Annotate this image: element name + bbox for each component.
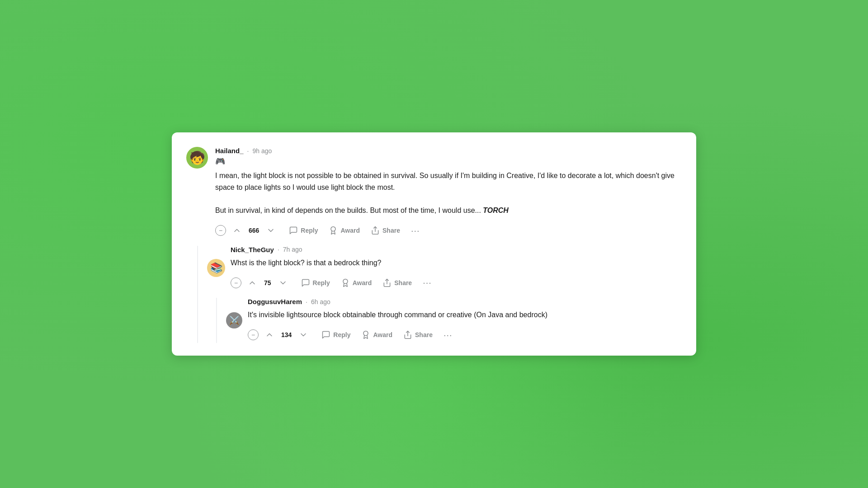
- replies-level-2: ⚔️ DoggusuvHarem · 6h ago It's invisible…: [216, 298, 682, 343]
- award-button-dogg[interactable]: Award: [357, 328, 397, 342]
- award-label-hailand: Award: [340, 227, 360, 234]
- award-label-nick: Award: [353, 279, 372, 286]
- comment-text-dogg: It's invisible lightsource block obtaina…: [248, 309, 682, 321]
- award-icon-nick: [341, 278, 350, 287]
- share-icon-dogg: [403, 330, 412, 339]
- downvote-button-hailand[interactable]: [262, 223, 280, 238]
- comment-meta-nick: Nick_TheGuy · 7h ago: [231, 246, 682, 253]
- downvote-button-dogg[interactable]: [294, 328, 312, 342]
- comment-actions-dogg: − 134: [248, 327, 682, 343]
- upvote-button-nick[interactable]: [243, 276, 261, 290]
- reply-icon-hailand: [289, 226, 298, 235]
- downvote-icon-hailand: [266, 226, 275, 235]
- avatar-dogg: ⚔️: [226, 312, 242, 328]
- share-icon-nick: [382, 278, 392, 287]
- share-label-nick: Share: [394, 279, 412, 286]
- comment-header-row-nick: 📚 Nick_TheGuy · 7h ago Whst is the light…: [207, 246, 682, 291]
- comment-header-hailand: Hailand_ · 9h ago: [215, 147, 682, 155]
- comment-actions-nick: − 75 Reply: [231, 275, 682, 291]
- timestamp-nick: 7h ago: [283, 246, 302, 253]
- svg-point-2: [343, 279, 348, 283]
- upvote-button-hailand[interactable]: [228, 223, 246, 238]
- more-button-nick[interactable]: ···: [418, 275, 436, 291]
- award-icon-dogg: [361, 330, 370, 339]
- upvote-button-dogg[interactable]: [260, 328, 278, 342]
- reply-icon-dogg: [321, 330, 330, 339]
- more-button-hailand[interactable]: ···: [406, 223, 425, 239]
- comment-actions-hailand: − 666 Reply Award: [215, 223, 682, 239]
- downvote-icon-nick: [278, 278, 288, 287]
- share-button-hailand[interactable]: Share: [366, 223, 405, 238]
- comment-body-dogg: DoggusuvHarem · 6h ago It's invisible li…: [248, 298, 682, 343]
- reply-label-hailand: Reply: [301, 227, 318, 234]
- collapse-button-dogg[interactable]: −: [248, 329, 259, 340]
- share-button-nick[interactable]: Share: [378, 276, 416, 290]
- upvote-icon-dogg: [265, 330, 274, 339]
- comment-body-nick: Nick_TheGuy · 7h ago Whst is the light b…: [231, 246, 682, 291]
- collapse-button-hailand[interactable]: −: [215, 225, 226, 236]
- username-nick: Nick_TheGuy: [231, 246, 274, 253]
- reply-icon-nick: [301, 278, 310, 287]
- more-button-dogg[interactable]: ···: [439, 327, 457, 343]
- award-button-hailand[interactable]: Award: [324, 223, 364, 238]
- share-label-dogg: Share: [415, 331, 433, 338]
- timestamp-dogg: 6h ago: [311, 298, 330, 305]
- award-button-nick[interactable]: Award: [336, 276, 377, 290]
- share-label-hailand: Share: [382, 227, 400, 234]
- replies-level-1: 📚 Nick_TheGuy · 7h ago Whst is the light…: [197, 246, 682, 343]
- comment-body-hailand: Hailand_ · 9h ago 🎮 I mean, the light bl…: [215, 147, 682, 238]
- comment-dogg: ⚔️ DoggusuvHarem · 6h ago It's invisible…: [226, 298, 682, 343]
- comment-text-nick: Whst is the light block? is that a bedro…: [231, 257, 682, 269]
- reply-label-nick: Reply: [313, 279, 330, 286]
- comment-header-row-dogg: ⚔️ DoggusuvHarem · 6h ago It's invisible…: [226, 298, 682, 343]
- username-hailand: Hailand_: [215, 147, 244, 155]
- reply-button-hailand[interactable]: Reply: [284, 223, 322, 238]
- reply-button-dogg[interactable]: Reply: [317, 328, 355, 342]
- collapse-button-nick[interactable]: −: [231, 277, 241, 288]
- avatar-nick: 📚: [207, 259, 225, 277]
- vote-section-hailand: 666: [228, 223, 280, 238]
- timestamp-hailand: 9h ago: [252, 147, 272, 155]
- downvote-button-nick[interactable]: [274, 276, 292, 290]
- upvote-icon-nick: [248, 278, 257, 287]
- upvote-icon-hailand: [232, 226, 241, 235]
- comment-nick: 📚 Nick_TheGuy · 7h ago Whst is the light…: [207, 246, 682, 343]
- vote-count-nick: 75: [264, 279, 271, 286]
- share-icon-hailand: [371, 226, 380, 235]
- vote-section-dogg: 134: [260, 328, 312, 342]
- reply-label-dogg: Reply: [333, 331, 350, 338]
- vote-count-hailand: 666: [249, 227, 259, 234]
- avatar-hailand: 🧒: [186, 147, 208, 169]
- award-icon-hailand: [329, 226, 338, 235]
- vote-section-nick: 75: [243, 276, 292, 290]
- downvote-icon-dogg: [299, 330, 308, 339]
- vote-count-dogg: 134: [281, 331, 292, 338]
- comment-meta-dogg: DoggusuvHarem · 6h ago: [248, 298, 682, 305]
- svg-point-0: [331, 227, 335, 231]
- username-dogg: DoggusuvHarem: [248, 298, 302, 305]
- award-label-dogg: Award: [373, 331, 392, 338]
- svg-point-4: [363, 331, 368, 336]
- flair-hailand: 🎮: [215, 156, 682, 166]
- comment-top-level: 🧒 Hailand_ · 9h ago 🎮 I mean, the light …: [186, 147, 682, 238]
- comment-text-hailand: I mean, the light block is not possible …: [215, 170, 682, 216]
- share-button-dogg[interactable]: Share: [399, 328, 437, 342]
- comment-card: 🧒 Hailand_ · 9h ago 🎮 I mean, the light …: [172, 132, 696, 356]
- reply-button-nick[interactable]: Reply: [297, 276, 335, 290]
